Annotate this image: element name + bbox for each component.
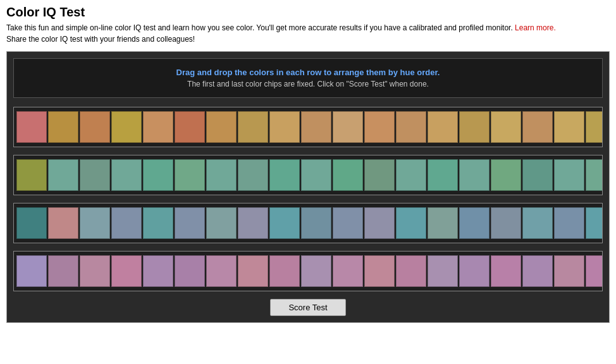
- color-chip[interactable]: [206, 159, 237, 191]
- color-chip[interactable]: [238, 111, 268, 143]
- color-chip[interactable]: [396, 111, 426, 143]
- color-chip[interactable]: [80, 207, 110, 239]
- color-row-3: [13, 203, 603, 243]
- main-container: Drag and drop the colors in each row to …: [6, 51, 610, 323]
- color-chip[interactable]: [111, 111, 142, 143]
- color-chip[interactable]: [80, 111, 110, 143]
- color-chip[interactable]: [16, 159, 47, 191]
- color-chip[interactable]: [175, 255, 205, 287]
- intro-text: Take this fun and simple on-line color I…: [6, 22, 610, 45]
- color-chip[interactable]: [364, 111, 395, 143]
- score-button-container: Score Test: [13, 299, 603, 316]
- color-chip[interactable]: [206, 207, 237, 239]
- color-chip[interactable]: [143, 255, 173, 287]
- color-chip[interactable]: [522, 255, 553, 287]
- color-chip[interactable]: [269, 111, 300, 143]
- color-chip[interactable]: [143, 111, 173, 143]
- color-chip[interactable]: [491, 111, 521, 143]
- color-row-1: [13, 107, 603, 147]
- instruction-sub: The first and last color chips are fixed…: [23, 80, 593, 88]
- color-chip[interactable]: [16, 207, 47, 239]
- color-chip[interactable]: [48, 255, 78, 287]
- color-chip[interactable]: [301, 111, 331, 143]
- color-chip[interactable]: [491, 255, 521, 287]
- color-chip[interactable]: [238, 207, 268, 239]
- color-chip[interactable]: [269, 255, 300, 287]
- color-chip[interactable]: [428, 111, 458, 143]
- color-chip[interactable]: [301, 207, 331, 239]
- color-chip[interactable]: [333, 207, 363, 239]
- color-chip[interactable]: [459, 111, 490, 143]
- color-chip[interactable]: [111, 159, 142, 191]
- color-chip[interactable]: [301, 255, 331, 287]
- instruction-main: Drag and drop the colors in each row to …: [23, 68, 593, 77]
- color-chip[interactable]: [301, 159, 331, 191]
- color-chip[interactable]: [428, 207, 458, 239]
- color-chip[interactable]: [554, 159, 584, 191]
- color-chip[interactable]: [175, 207, 205, 239]
- instruction-box: Drag and drop the colors in each row to …: [13, 58, 603, 98]
- color-chip[interactable]: [396, 207, 426, 239]
- intro-line2: Share the color IQ test with your friend…: [6, 35, 195, 44]
- color-chip[interactable]: [48, 159, 78, 191]
- color-row-2: [13, 155, 603, 195]
- color-chip[interactable]: [16, 111, 47, 143]
- color-chip[interactable]: [586, 111, 603, 143]
- page-title: Color IQ Test: [6, 5, 610, 20]
- color-chip[interactable]: [206, 111, 237, 143]
- color-chip[interactable]: [459, 207, 490, 239]
- color-chip[interactable]: [143, 159, 173, 191]
- color-chip[interactable]: [522, 159, 553, 191]
- color-chip[interactable]: [111, 207, 142, 239]
- color-chip[interactable]: [554, 111, 584, 143]
- color-chip[interactable]: [428, 255, 458, 287]
- color-chip[interactable]: [111, 255, 142, 287]
- color-chip[interactable]: [206, 255, 237, 287]
- color-chip[interactable]: [175, 111, 205, 143]
- color-chip[interactable]: [364, 159, 395, 191]
- color-chip[interactable]: [143, 207, 173, 239]
- color-chip[interactable]: [586, 207, 603, 239]
- color-chip[interactable]: [364, 255, 395, 287]
- learn-more-link[interactable]: Learn more.: [515, 23, 556, 32]
- color-chip[interactable]: [491, 207, 521, 239]
- color-chip[interactable]: [491, 159, 521, 191]
- color-chip[interactable]: [459, 255, 490, 287]
- color-chip[interactable]: [175, 159, 205, 191]
- score-test-button[interactable]: Score Test: [270, 299, 345, 316]
- color-chip[interactable]: [238, 255, 268, 287]
- color-chip[interactable]: [80, 159, 110, 191]
- intro-line1: Take this fun and simple on-line color I…: [6, 23, 513, 32]
- color-chip[interactable]: [428, 159, 458, 191]
- color-chip[interactable]: [396, 255, 426, 287]
- color-chip[interactable]: [522, 111, 553, 143]
- color-chip[interactable]: [459, 159, 490, 191]
- color-chip[interactable]: [396, 159, 426, 191]
- color-chip[interactable]: [333, 255, 363, 287]
- color-chip[interactable]: [333, 159, 363, 191]
- color-chip[interactable]: [238, 159, 268, 191]
- color-chip[interactable]: [16, 255, 47, 287]
- color-chip[interactable]: [48, 207, 78, 239]
- color-chip[interactable]: [333, 111, 363, 143]
- color-row-4: [13, 251, 603, 291]
- color-chip[interactable]: [522, 207, 553, 239]
- color-chip[interactable]: [554, 207, 584, 239]
- color-chip[interactable]: [269, 207, 300, 239]
- color-chip[interactable]: [364, 207, 395, 239]
- color-chip[interactable]: [554, 255, 584, 287]
- color-chip[interactable]: [48, 111, 78, 143]
- color-chip[interactable]: [80, 255, 110, 287]
- color-chip[interactable]: [269, 159, 300, 191]
- color-chip[interactable]: [586, 255, 603, 287]
- color-chip[interactable]: [586, 159, 603, 191]
